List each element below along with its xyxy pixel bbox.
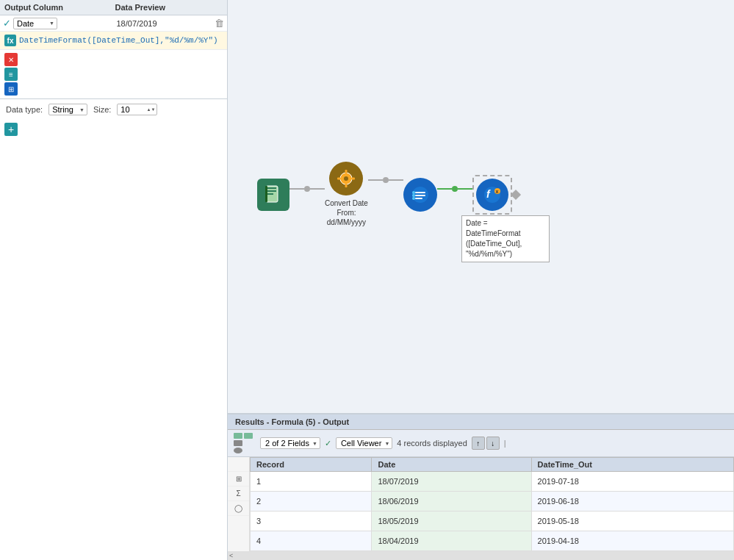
size-input[interactable]: 10 xyxy=(117,104,157,115)
formula-node-label: Date = DateTimeFormat ([DateTime_Out], "… xyxy=(461,215,550,262)
svg-rect-8 xyxy=(345,184,348,187)
connector-dot-3 xyxy=(452,186,458,192)
table-header-row: Record Date DateTime_Out xyxy=(251,458,734,472)
cell-r2-c2: 18/06/2019 xyxy=(372,492,531,511)
svg-rect-13 xyxy=(415,195,425,196)
canvas-area[interactable]: Convert Date From: dd/MM/yyyy xyxy=(228,0,734,413)
datatype-label: Data type: xyxy=(6,105,43,114)
column-row-1: ✓ Date 18/07/2019 🗑 xyxy=(0,15,227,32)
node-datetime[interactable]: Convert Date From: dd/MM/yyyy xyxy=(325,162,368,227)
cell-r2-c3: 2019-06-18 xyxy=(531,492,733,511)
cell-r1-c1: 1 xyxy=(251,472,372,492)
main-area: Convert Date From: dd/MM/yyyy xyxy=(228,0,734,560)
column-headers: Output Column Data Preview xyxy=(0,0,227,15)
toolbar-icon-row-1 xyxy=(234,433,253,439)
connector-4 xyxy=(389,179,403,181)
select-icon[interactable] xyxy=(403,178,437,212)
output-column-header: Output Column xyxy=(4,3,112,12)
preview-value: 18/07/2019 xyxy=(117,19,157,28)
formula-dashed-border: f x xyxy=(472,175,512,215)
diamond-connector xyxy=(511,189,521,199)
fields-badge[interactable]: 2 of 2 Fields xyxy=(260,437,320,449)
cell-r4-c2: 18/04/2019 xyxy=(372,531,531,551)
cell-r1-c3: 2019-07-18 xyxy=(531,472,733,492)
connector-dot-2 xyxy=(383,177,389,183)
svg-rect-12 xyxy=(415,192,425,193)
cell-viewer-dropdown[interactable]: Cell Viewer xyxy=(336,437,392,449)
table-row: 118/07/20192019-07-18 xyxy=(251,472,734,492)
svg-point-15 xyxy=(412,191,415,194)
header-spacer xyxy=(228,457,249,472)
node-formula[interactable]: f x Date = DateTimeFormat ([DateTime_Out… xyxy=(472,175,512,215)
data-preview-header: Data Preview xyxy=(115,3,223,12)
svg-rect-4 xyxy=(265,186,267,202)
svg-point-16 xyxy=(412,194,415,197)
connector-6 xyxy=(458,188,472,190)
node-book[interactable] xyxy=(257,179,289,211)
formula-row: fx DateTimeFormat([DateTime_Out],"%d/%m/… xyxy=(0,32,227,50)
svg-rect-14 xyxy=(415,198,422,199)
delete-icon-button[interactable]: ✕ xyxy=(4,53,18,66)
table-row: 318/05/20192019-05-18 xyxy=(251,511,734,531)
connector-2 xyxy=(310,188,325,190)
col-datetime-out: DateTime_Out xyxy=(531,458,733,472)
book-icon[interactable] xyxy=(257,179,289,211)
data-table-container: ⊞ Σ ◯ Record Date DateTime_Out 118/07/20… xyxy=(228,457,734,551)
formula-list-button[interactable]: ≡ xyxy=(4,68,18,81)
formula-node-wrapper: f x xyxy=(472,175,512,215)
connector-5 xyxy=(437,188,452,190)
size-label: Size: xyxy=(93,105,111,114)
fields-text: 2 of 2 Fields xyxy=(265,439,309,448)
connector-3 xyxy=(368,179,383,181)
grid-icon-button[interactable]: ⊞ xyxy=(4,82,18,96)
delete-row-button[interactable]: 🗑 xyxy=(215,18,224,29)
scroll-left[interactable]: < xyxy=(229,552,233,559)
svg-rect-2 xyxy=(267,190,276,192)
nav-down-arrow[interactable]: ↓ xyxy=(486,437,500,450)
connector-dot-1 xyxy=(304,186,310,192)
viewer-label: Cell Viewer xyxy=(341,439,381,448)
toolbar-left-icons xyxy=(234,433,253,453)
gear-icon[interactable] xyxy=(329,162,363,195)
records-displayed: 4 records displayed xyxy=(397,439,467,448)
table-row: 418/04/20192019-04-18 xyxy=(251,531,734,551)
formula-text[interactable]: DateTimeFormat([DateTime_Out],"%d/%m/%Y"… xyxy=(19,36,218,45)
add-column-button[interactable]: + xyxy=(4,123,18,136)
workflow: Convert Date From: dd/MM/yyyy xyxy=(257,162,512,227)
svg-rect-10 xyxy=(351,178,355,180)
side-icon-buttons: ✕ ≡ ⊞ xyxy=(0,50,227,98)
nav-arrows: ↑ ↓ xyxy=(472,437,500,450)
left-panel: Output Column Data Preview ✓ Date 18/07/… xyxy=(0,0,228,560)
cell-r3-c1: 3 xyxy=(251,511,372,531)
cell-r2-c1: 2 xyxy=(251,492,372,511)
toolbar-icon-row-3 xyxy=(234,448,253,453)
grid-icon-1 xyxy=(234,433,242,439)
results-header: Results - Formula (5) - Output xyxy=(228,414,734,430)
datatype-row: Data type: String Size: 10 xyxy=(0,98,227,120)
row-icons-column: ⊞ Σ ◯ xyxy=(228,457,250,551)
col-date: Date xyxy=(372,458,531,472)
fields-check-icon: ✓ xyxy=(325,439,331,448)
separator: | xyxy=(504,439,506,448)
cell-r4-c3: 2019-04-18 xyxy=(531,531,733,551)
connector-1 xyxy=(289,188,304,190)
cell-r4-c1: 4 xyxy=(251,531,372,551)
svg-point-17 xyxy=(412,197,415,200)
check-icon[interactable]: ✓ xyxy=(3,18,11,29)
row-icon-filter: ◯ xyxy=(228,501,249,516)
scrollbar-bottom[interactable]: < xyxy=(228,551,734,560)
nav-up-arrow[interactable]: ↑ xyxy=(472,437,485,450)
grid-icon-2 xyxy=(244,433,253,439)
node-select[interactable] xyxy=(403,178,437,212)
formula-icon: fx xyxy=(4,35,16,46)
datetime-node-label: Convert Date From: dd/MM/yyyy xyxy=(325,198,368,227)
row-icon-grid: ⊞ xyxy=(228,472,249,487)
col-record: Record xyxy=(251,458,372,472)
svg-rect-9 xyxy=(337,178,341,180)
column-name-dropdown[interactable]: Date xyxy=(13,18,57,29)
cell-r3-c3: 2019-05-18 xyxy=(531,511,733,531)
formula-node-icon[interactable]: f x xyxy=(476,179,508,211)
table-row: 218/06/20192019-06-18 xyxy=(251,492,734,511)
svg-rect-1 xyxy=(267,187,276,189)
datatype-select[interactable]: String xyxy=(48,104,87,115)
